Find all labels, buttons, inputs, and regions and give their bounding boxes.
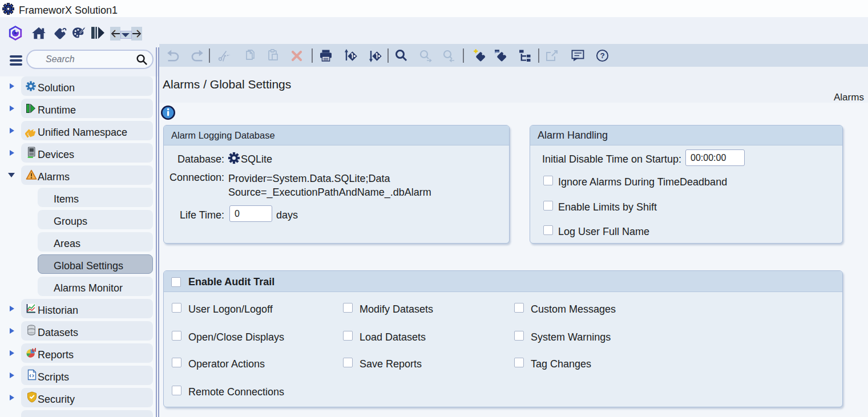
svg-text:?: ? xyxy=(600,51,604,60)
